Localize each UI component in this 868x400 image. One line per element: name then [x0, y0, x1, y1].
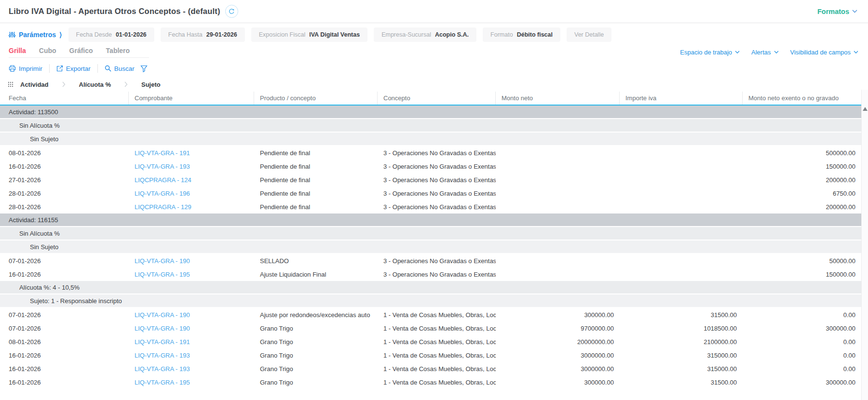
- chevron-down-icon: [774, 51, 779, 53]
- cell-comprobante[interactable]: LIQ-VTA-GRA - 196: [129, 187, 254, 200]
- group-row-level-2[interactable]: Sin Sujeto: [0, 133, 861, 146]
- cell-monto_exento: 300000.00: [743, 321, 861, 335]
- parameter-chip[interactable]: Exposicion FiscalIVA Digital Ventas: [251, 27, 367, 42]
- cell-monto_exento: 6750.00: [743, 187, 861, 200]
- exportar-button[interactable]: Exportar: [56, 65, 91, 72]
- cell-comprobante[interactable]: LIQ-VTA-GRA - 190: [129, 254, 254, 267]
- cell-comprobante[interactable]: LIQCPRAGRA - 129: [129, 200, 254, 213]
- table-row[interactable]: 16-01-2026LIQ-VTA-GRA - 195Ajuste Liquid…: [0, 267, 861, 281]
- filter-funnel-button[interactable]: [140, 65, 148, 72]
- cell-comprobante[interactable]: LIQ-VTA-GRA - 190: [129, 321, 254, 335]
- column-header-importe_iva[interactable]: Importe iva: [620, 92, 743, 105]
- cell-comprobante[interactable]: LIQ-VTA-GRA - 191: [129, 146, 254, 160]
- cell-importe_iva: 315000.00: [620, 362, 743, 375]
- table-row[interactable]: 07-01-2026LIQ-VTA-GRA - 190Ajuste por re…: [0, 308, 861, 321]
- chip-value: Débito fiscal: [517, 31, 553, 38]
- table-row[interactable]: 27-01-2026LIQCPRAGRA - 124Pendiente de f…: [0, 173, 861, 187]
- groupby-item[interactable]: Actividad: [20, 81, 49, 88]
- cell-importe_iva: 315000.00: [620, 348, 743, 362]
- formatos-menu[interactable]: Formatos: [817, 8, 857, 15]
- groupby-item[interactable]: Sujeto: [141, 81, 161, 88]
- cell-producto: Grano Trigo: [254, 375, 378, 389]
- imprimir-button[interactable]: Imprimir: [9, 65, 42, 72]
- group-row-level-2[interactable]: Sin Sujeto: [0, 240, 861, 254]
- table-row[interactable]: 16-01-2026LIQ-VTA-GRA - 193Grano Trigo1 …: [0, 348, 861, 362]
- column-header-fecha[interactable]: Fecha: [0, 92, 129, 105]
- group-row-level-1[interactable]: Alícuota %: 4 - 10,5%: [0, 281, 861, 294]
- cell-importe_iva: 2100000.00: [620, 335, 743, 348]
- column-header-monto_exento[interactable]: Monto neto exento o no gravado: [743, 92, 861, 105]
- buscar-button[interactable]: Buscar: [105, 65, 135, 72]
- group-row-level-0[interactable]: Actividad: 113500: [0, 106, 861, 119]
- parametros-button[interactable]: Parámetros ⟩: [9, 31, 62, 39]
- cell-concepto: 1 - Venta de Cosas Muebles, Obras, Loc: [378, 321, 496, 335]
- column-header-concepto[interactable]: Concepto: [378, 92, 496, 105]
- grid-header-row: FechaComprobanteProducto / conceptoConce…: [0, 92, 861, 106]
- table-row[interactable]: 08-01-2026LIQ-VTA-GRA - 191Pendiente de …: [0, 146, 861, 160]
- table-row[interactable]: 08-01-2026LIQ-VTA-GRA - 191Grano Trigo1 …: [0, 335, 861, 348]
- chevron-right-icon: [124, 81, 128, 87]
- cell-comprobante[interactable]: LIQ-VTA-GRA - 193: [129, 348, 254, 362]
- cell-comprobante[interactable]: LIQ-VTA-GRA - 193: [129, 160, 254, 173]
- parameter-chips: Fecha Desde01-01-2026Fecha Hasta29-01-20…: [68, 27, 612, 42]
- parameter-chip[interactable]: Fecha Desde01-01-2026: [68, 27, 154, 42]
- table-row[interactable]: 07-01-2026LIQ-VTA-GRA - 190Grano Trigo1 …: [0, 321, 861, 335]
- group-row-level-1[interactable]: Sin Alícuota %: [0, 119, 861, 133]
- parameter-chip[interactable]: Empresa-SucursalAcopio S.A.: [374, 27, 476, 42]
- cell-monto_neto: [496, 200, 620, 213]
- cell-monto_neto: 3000000.00: [496, 348, 620, 362]
- search-icon: [105, 65, 111, 72]
- cell-comprobante[interactable]: LIQ-VTA-GRA - 191: [129, 335, 254, 348]
- parameter-chip[interactable]: FormatoDébito fiscal: [483, 27, 560, 42]
- column-header-producto[interactable]: Producto / concepto: [254, 92, 378, 105]
- table-row[interactable]: 16-01-2026LIQ-VTA-GRA - 193Grano Trigo1 …: [0, 362, 861, 375]
- cell-monto_neto: [496, 254, 620, 267]
- cell-monto_exento: 300000.00: [743, 375, 861, 389]
- chevron-down-icon: [852, 10, 857, 13]
- parameter-chip[interactable]: Ver Detalle: [567, 27, 611, 42]
- cell-comprobante[interactable]: LIQ-VTA-GRA - 195: [129, 375, 254, 389]
- table-row[interactable]: 28-01-2026LIQCPRAGRA - 129Pendiente de f…: [0, 200, 861, 213]
- table-row[interactable]: 07-01-2026LIQ-VTA-GRA - 190SELLADO3 - Op…: [0, 254, 861, 267]
- parameter-chip[interactable]: Fecha Hasta29-01-2026: [161, 27, 245, 42]
- cell-fecha: 07-01-2026: [0, 254, 129, 267]
- cell-concepto: 3 - Operaciones No Gravadas o Exentas: [378, 187, 496, 200]
- toolbar-divider: [97, 64, 98, 73]
- cell-monto_neto: [496, 173, 620, 187]
- cell-monto_exento: 200000.00: [743, 200, 861, 213]
- link-visibilidad-de-campos[interactable]: Visibilidad de campos: [790, 49, 859, 56]
- drag-grid-icon[interactable]: [8, 81, 14, 87]
- group-row-level-1[interactable]: Sin Alícuota %: [0, 227, 861, 240]
- tab-gráfico[interactable]: Gráfico: [69, 47, 93, 54]
- tab-tablero[interactable]: Tablero: [106, 47, 130, 54]
- groupby-item[interactable]: Alícuota %: [79, 81, 111, 88]
- tab-grilla[interactable]: Grilla: [9, 47, 26, 54]
- cell-monto_neto: 3000000.00: [496, 362, 620, 375]
- view-tabs: GrillaCuboGráficoTablero: [9, 47, 149, 58]
- group-row-level-0[interactable]: Actividad: 116155: [0, 213, 861, 227]
- cell-comprobante[interactable]: LIQ-VTA-GRA - 190: [129, 308, 254, 321]
- refresh-button[interactable]: [225, 5, 238, 18]
- group-row-level-2[interactable]: Sujeto: 1 - Responsable inscripto: [0, 294, 861, 308]
- cell-monto_neto: 20000000.00: [496, 335, 620, 348]
- table-row[interactable]: 28-01-2026LIQ-VTA-GRA - 196Pendiente de …: [0, 187, 861, 200]
- cell-comprobante[interactable]: LIQ-VTA-GRA - 193: [129, 362, 254, 375]
- cell-monto_exento: 150000.00: [743, 267, 861, 281]
- tabs-row: GrillaCuboGráficoTablero Espacio de trab…: [0, 44, 868, 59]
- cell-monto_neto: 9700000.00: [496, 321, 620, 335]
- exportar-label: Exportar: [66, 65, 91, 72]
- table-row[interactable]: 16-01-2026LIQ-VTA-GRA - 193Pendiente de …: [0, 160, 861, 173]
- link-alertas[interactable]: Alertas: [751, 49, 778, 56]
- cell-producto: Ajuste Liquidacion Final: [254, 267, 378, 281]
- cell-concepto: 1 - Venta de Cosas Muebles, Obras, Loc: [378, 308, 496, 321]
- link-espacio-de-trabajo[interactable]: Espacio de trabajo: [680, 49, 740, 56]
- cell-comprobante[interactable]: LIQ-VTA-GRA - 195: [129, 267, 254, 281]
- column-header-comprobante[interactable]: Comprobante: [129, 92, 254, 105]
- table-row[interactable]: 16-01-2026LIQ-VTA-GRA - 195Grano Trigo1 …: [0, 375, 861, 389]
- cell-producto: Pendiente de final: [254, 160, 378, 173]
- tab-cubo[interactable]: Cubo: [39, 47, 56, 54]
- cell-comprobante[interactable]: LIQCPRAGRA - 124: [129, 173, 254, 187]
- vertical-scrollbar[interactable]: [861, 90, 868, 400]
- chip-label: Exposicion Fiscal: [259, 31, 306, 38]
- column-header-monto_neto[interactable]: Monto neto: [496, 92, 620, 105]
